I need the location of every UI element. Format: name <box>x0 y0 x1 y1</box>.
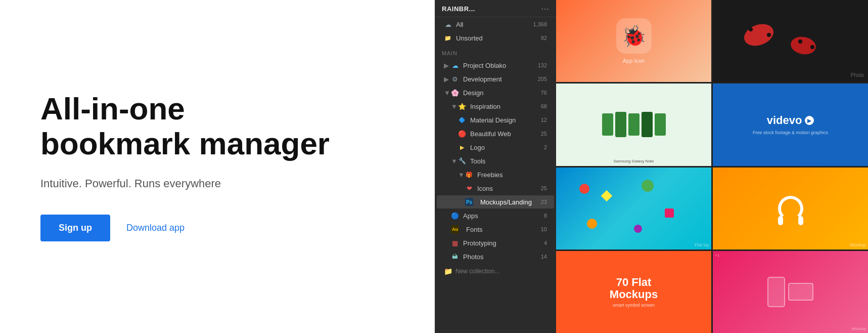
bookmark-card-ladybugs[interactable]: Photo <box>713 0 868 82</box>
cloud-icon: ☁ <box>444 20 452 28</box>
sidebar-item-label: Logo <box>470 144 542 151</box>
right-panel: RAINBR... ⋯ ☁ All 1,368 📁 Unsorted 92 Ma… <box>435 0 868 333</box>
freebies-icon: 🎁 <box>465 171 473 179</box>
photoshop-icon: Ps <box>465 198 473 206</box>
chevron-down-icon: ▼ <box>451 104 456 109</box>
sidebar-item-label: Mockups/Landing <box>480 198 539 206</box>
download-button[interactable]: Download app <box>126 223 185 233</box>
flat-mockups-title: 70 Flat Mockups <box>610 276 658 301</box>
bookmark-card-samsung[interactable]: Samsung Galaxy Note <box>556 84 711 165</box>
sidebar-item-project-oblako[interactable]: ▶ ☁ Project Oblako 132 <box>437 59 554 72</box>
sidebar-item-label: Tools <box>470 157 545 165</box>
sidebar-item-label: Prototyping <box>463 239 542 247</box>
content-area: 🐞 App Icon Photo <box>556 0 868 333</box>
sidebar-item-count: 92 <box>541 35 547 41</box>
new-collection-button[interactable]: 📁 New collection... <box>437 264 554 278</box>
bookmark-card-videvo[interactable]: videvo ▶ Free stock footage & motion gra… <box>713 84 868 165</box>
sidebar-item-unsorted[interactable]: 📁 Unsorted 92 <box>437 31 554 45</box>
sidebar-header-icon: ⋯ <box>541 4 549 14</box>
sidebar-item-tools[interactable]: ▼ 🔧 Tools <box>437 154 554 168</box>
sidebar-item-prototyping[interactable]: ▦ Prototyping 4 <box>437 236 554 249</box>
signup-button[interactable]: Sign up <box>40 215 110 241</box>
heart-icon: ❤ <box>465 184 473 192</box>
chevron-down-icon: ▼ <box>458 172 463 177</box>
sidebar-header: RAINBR... ⋯ <box>435 0 556 17</box>
sidebar-item-all[interactable]: ☁ All 1,368 <box>437 18 554 31</box>
hero-actions: Sign up Download app <box>40 215 330 241</box>
sidebar-item-count: 132 <box>538 62 547 68</box>
sidebar-item-fonts[interactable]: Au Fonts 10 <box>437 223 554 236</box>
chevron-down-icon: ▼ <box>451 158 456 163</box>
fonts-icon: Au <box>451 225 459 233</box>
sidebar-item-material-design[interactable]: 🔷 Material Design 12 <box>437 113 554 127</box>
new-collection-label: New collection... <box>455 268 499 275</box>
bookmark-card-orange[interactable]: 🐞 App Icon <box>556 0 711 82</box>
gear-icon: ⚙ <box>451 75 459 83</box>
bookmark-card-headphones[interactable]: Mockup <box>713 168 868 249</box>
sidebar-item-icons[interactable]: ❤ Icons 25 <box>437 182 554 195</box>
logo-icon: ▶ <box>458 143 466 151</box>
sidebar-item-count: 12 <box>541 117 547 123</box>
sidebar-item-label: Design <box>463 89 539 97</box>
sidebar-item-count: 8 <box>544 213 547 219</box>
prototyping-icon: ▦ <box>451 239 459 247</box>
star-icon: ⭐ <box>458 102 466 110</box>
hero-content: All-in-one bookmark manager Intuitive. P… <box>40 92 330 241</box>
sidebar-item-count: 76 <box>541 90 547 96</box>
sidebar-item-logo[interactable]: ▶ Logo 2 <box>437 141 554 154</box>
sidebar-item-count: 14 <box>541 254 547 260</box>
oblako-icon: ☁ <box>451 61 459 69</box>
bookmark-card-flat-mockups[interactable]: 70 Flat Mockups smart symbol screen <box>556 251 711 333</box>
sidebar-item-count: 25 <box>541 185 547 191</box>
sidebar-item-apps[interactable]: 🔵 Apps 8 <box>437 209 554 222</box>
sidebar-item-development[interactable]: ▶ ⚙ Development 205 <box>437 72 554 86</box>
sidebar-item-freebies[interactable]: ▼ 🎁 Freebies <box>437 168 554 181</box>
hero-title: All-in-one bookmark manager <box>40 92 330 160</box>
sidebar-item-label: Unsorted <box>456 34 539 42</box>
sidebar-item-label: Inspiration <box>470 103 539 110</box>
folder-icon: 📁 <box>444 34 452 42</box>
design-icon: 🌸 <box>451 89 459 97</box>
material-design-icon: 🔷 <box>458 116 466 124</box>
sidebar-section-main: Main <box>435 45 556 58</box>
chevron-right-icon: ▶ <box>444 63 449 68</box>
sidebar-item-label: Development <box>463 75 536 83</box>
photos-icon: 🏔 <box>451 253 459 261</box>
videvo-subtitle: Free stock footage & motion graphics <box>753 130 828 135</box>
sidebar-title: RAINBR... <box>442 5 475 13</box>
sidebar-item-count: 10 <box>541 226 547 232</box>
bookmark-card-colorful[interactable]: Flat lay <box>556 168 711 249</box>
chevron-right-icon: ▶ <box>444 76 449 81</box>
sidebar-item-label: All <box>456 21 531 28</box>
sidebar-item-label: Icons <box>477 185 539 192</box>
chevron-down-icon: ▼ <box>444 90 449 95</box>
sidebar-item-count: 68 <box>541 103 547 109</box>
sidebar-item-label: Beautiful Web <box>470 130 539 138</box>
sidebar-item-count: 4 <box>544 240 547 246</box>
sidebar-item-beautiful-web[interactable]: 🔴 Beautiful Web 25 <box>437 127 554 140</box>
bookmark-card-pink-devices[interactable]: +1 Mockup <box>713 251 868 333</box>
sidebar-item-label: Material Design <box>470 116 539 124</box>
sidebar-item-label: Apps <box>463 212 542 220</box>
sidebar: RAINBR... ⋯ ☁ All 1,368 📁 Unsorted 92 Ma… <box>435 0 556 333</box>
sidebar-item-label: Fonts <box>466 226 539 233</box>
sidebar-item-count: 23 <box>541 199 547 205</box>
sidebar-item-inspiration[interactable]: ▼ ⭐ Inspiration 68 <box>437 100 554 113</box>
sidebar-item-count: 25 <box>541 131 547 137</box>
sidebar-item-design[interactable]: ▼ 🌸 Design 76 <box>437 86 554 99</box>
sidebar-item-mockups-landing[interactable]: Ps Mockups/Landing 23 <box>437 195 554 209</box>
flat-mockups-subtitle: smart symbol screen <box>613 303 655 308</box>
left-panel: All-in-one bookmark manager Intuitive. P… <box>0 0 435 333</box>
sidebar-item-count: 1,368 <box>533 21 547 27</box>
apps-icon: 🔵 <box>451 212 459 220</box>
videvo-logo: videvo ▶ <box>767 114 814 127</box>
sidebar-item-label: Freebies <box>477 171 547 179</box>
sidebar-item-label: Project Oblako <box>463 62 536 69</box>
sidebar-item-count: 205 <box>538 76 547 82</box>
beautiful-web-icon: 🔴 <box>458 130 466 138</box>
tools-icon: 🔧 <box>458 157 466 165</box>
hero-subtitle: Intuitive. Powerful. Runs everywhere <box>40 177 330 190</box>
sidebar-item-photos[interactable]: 🏔 Photos 14 <box>437 250 554 263</box>
sidebar-item-count: 2 <box>544 144 547 150</box>
sidebar-item-label: Photos <box>463 253 539 261</box>
